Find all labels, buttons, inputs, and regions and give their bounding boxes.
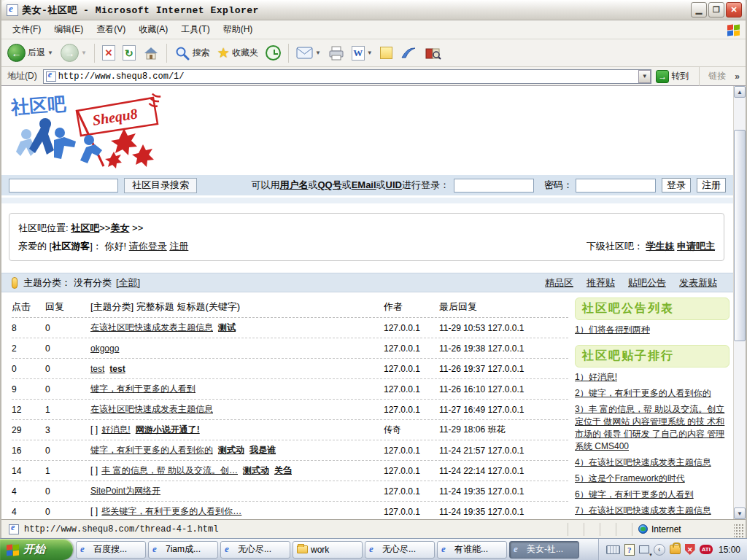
ranking-item-6[interactable]: 7）在该社区吧快速成发表主题信息 <box>575 505 729 517</box>
topic-all-link[interactable]: [全部] <box>116 276 140 289</box>
minimize-button[interactable]: ▁ <box>691 2 707 18</box>
messenger-button[interactable] <box>397 44 420 62</box>
address-input[interactable] <box>58 71 639 82</box>
search-button[interactable]: 搜索 <box>171 44 213 63</box>
ranking-item-2[interactable]: 3）丰 富的信息，帮 助以及交流。创立 定位于 做网站 内容管理系统 的技 术和… <box>575 403 729 453</box>
taskbar-task-0[interactable]: e百度搜... <box>76 541 146 559</box>
ranking-item-4[interactable]: 5）这是个Framework的时代 <box>575 472 729 485</box>
thread-title-link[interactable]: 键字，有利于更多的人看到 <box>90 384 196 394</box>
thread-title-link[interactable]: 键字，有利于更多的人看到你的 <box>90 445 213 455</box>
login-hint-keyword[interactable]: QQ号 <box>317 179 341 190</box>
go-button[interactable]: → 转到 <box>654 69 693 84</box>
thread-keyword-link[interactable]: 关刍 <box>274 465 292 475</box>
menu-item-5[interactable]: 帮助(H) <box>217 21 260 38</box>
login-hint-keyword[interactable]: EMail <box>352 179 376 190</box>
sub-bar-link-1[interactable]: 申请吧主 <box>677 241 715 252</box>
sub-bar-link-0[interactable]: 学生妹 <box>646 241 674 252</box>
links-label[interactable]: 链接 <box>705 70 729 82</box>
thread-title-link[interactable]: okgogo <box>90 343 119 354</box>
scroll-down-button[interactable]: ▼ <box>734 508 746 519</box>
close-button[interactable]: ✕ <box>726 2 742 18</box>
please-login-link[interactable]: 请你登录 <box>129 241 167 252</box>
login-button[interactable]: 登录 <box>662 178 691 192</box>
menu-item-1[interactable]: 编辑(E) <box>47 21 90 38</box>
topic-link-2[interactable]: 贴吧公告 <box>628 276 666 289</box>
username-input[interactable] <box>454 179 534 192</box>
resize-grip[interactable] <box>734 524 744 538</box>
thread-keyword-link[interactable]: 我是谁 <box>249 445 276 455</box>
search-icon <box>174 45 190 61</box>
thread-keyword-link[interactable]: 测式动 <box>218 445 244 455</box>
forward-button[interactable]: → ▼ <box>58 42 90 63</box>
password-input[interactable] <box>576 179 656 192</box>
network-tray-icon[interactable] <box>639 545 649 553</box>
taskbar-task-3[interactable]: work <box>293 541 363 559</box>
security-shield-icon[interactable]: ✕ <box>685 544 695 555</box>
thread-title-link[interactable]: SitePoint为网络开 <box>90 486 160 496</box>
ranking-item-3[interactable]: 4）在该社区吧快速成发表主题信息 <box>575 456 729 469</box>
stop-button[interactable]: ✕ <box>99 44 118 62</box>
scroll-thumb[interactable] <box>734 130 746 341</box>
ati-tray-icon[interactable]: ATI <box>700 545 713 554</box>
menu-item-3[interactable]: 收藏(A) <box>132 21 174 38</box>
thread-keyword-link[interactable]: 网游小说开通了! <box>136 424 200 435</box>
favorites-button[interactable]: ★ 收藏夹 <box>214 43 261 63</box>
qq-tray-icon[interactable] <box>670 545 681 554</box>
vertical-scrollbar[interactable]: ▲ ▼ <box>733 86 746 519</box>
discuss-button[interactable] <box>422 44 445 62</box>
thread-title-link[interactable]: 丰 富的信息，帮 助以及交流。创… <box>101 465 238 475</box>
login-hint-keyword[interactable]: 用户名 <box>279 179 308 190</box>
register-button[interactable]: 注册 <box>697 178 726 192</box>
announcement-item-0[interactable]: 1）们将各得到两种 <box>575 324 729 336</box>
breadcrumb-current-link[interactable]: 美女 <box>110 222 129 233</box>
topic-link-0[interactable]: 精品区 <box>545 276 573 289</box>
thread-replies: 1 <box>45 466 90 476</box>
ie-icon: e <box>80 545 90 555</box>
help-tray-icon[interactable]: ? <box>624 544 635 556</box>
site-logo[interactable]: 社区吧 Shequ8 <box>1 86 733 175</box>
home-button[interactable] <box>140 44 162 63</box>
ranking-item-1[interactable]: 2）键字，有利于更多的人看到你的 <box>575 387 729 400</box>
start-button[interactable]: 开始 <box>0 539 73 560</box>
topic-link-1[interactable]: 推荐贴 <box>587 276 615 289</box>
mail-button[interactable]: ▼ <box>293 45 324 61</box>
collapse-tray-chevron-icon[interactable]: ‹ <box>654 544 665 556</box>
taskbar-task-4[interactable]: e无心尽... <box>365 541 435 559</box>
thread-title-link[interactable]: 在该社区吧快速成发表主题信息 <box>90 322 213 332</box>
thread-title-link[interactable]: 些关键字，有利于更多的人看到你… <box>101 506 241 516</box>
thread-title-link[interactable]: 在该社区吧快速成发表主题信息 <box>90 404 213 414</box>
ranking-item-5[interactable]: 6）键字，有利于更多的人看到 <box>575 489 729 501</box>
taskbar-task-5[interactable]: e有谁能... <box>437 541 507 559</box>
edit-word-button[interactable]: W ▼ <box>349 44 376 62</box>
breadcrumb-home-link[interactable]: 社区吧 <box>71 222 99 233</box>
thread-keyword-link[interactable]: test <box>109 364 125 374</box>
scroll-up-button[interactable]: ▲ <box>734 86 746 98</box>
menu-item-2[interactable]: 查看(V) <box>90 21 132 38</box>
refresh-button[interactable]: ↻ <box>120 44 139 62</box>
thread-keyword-link[interactable]: 测试 <box>218 322 236 332</box>
thread-title-link[interactable]: test <box>90 364 104 374</box>
directory-search-button[interactable]: 社区目录搜索 <box>124 178 197 193</box>
taskbar-task-2[interactable]: e无心尽... <box>220 541 290 559</box>
directory-search-input[interactable] <box>9 179 118 192</box>
menu-item-0[interactable]: 文件(F) <box>6 21 47 38</box>
login-hint-keyword[interactable]: UID <box>386 179 402 190</box>
taskbar-task-1[interactable]: e7iam成... <box>148 541 218 559</box>
menu-item-4[interactable]: 工具(T) <box>174 21 216 38</box>
thread-title-link[interactable]: 好消息! <box>101 424 130 435</box>
title-bar[interactable]: 美女-社区吧 - Microsoft Internet Explorer ▁ ❐… <box>1 0 746 20</box>
ranking-item-0[interactable]: 1）好消息! <box>575 371 729 384</box>
back-button[interactable]: ← 后退 ▼ <box>4 42 56 63</box>
keyboard-language-icon[interactable] <box>606 545 620 554</box>
ranking-box-title: 社区吧贴子排行 <box>575 345 729 368</box>
links-more-icon[interactable]: » <box>732 71 743 82</box>
notes-button[interactable] <box>377 45 395 61</box>
history-button[interactable] <box>263 44 284 62</box>
thread-keyword-link[interactable]: 测式动 <box>243 465 269 475</box>
register-link[interactable]: 注册 <box>169 241 188 252</box>
print-button[interactable] <box>325 44 347 62</box>
taskbar-task-6[interactable]: e美女-社... <box>509 541 579 559</box>
maximize-button[interactable]: ❐ <box>708 2 724 18</box>
address-dropdown-button[interactable]: ▼ <box>638 70 651 83</box>
topic-link-3[interactable]: 发表新贴 <box>679 276 717 289</box>
